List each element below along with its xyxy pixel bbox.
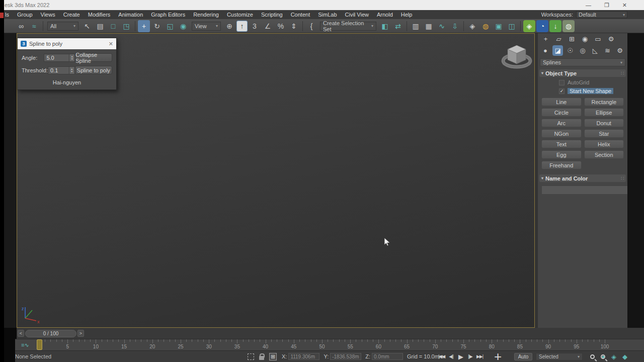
- tab-hierarchy[interactable]: ⊞: [566, 34, 578, 44]
- angle-snap-icon[interactable]: ∠: [262, 20, 274, 32]
- frame-indicator[interactable]: 0 / 100: [25, 330, 76, 337]
- shape-button-ellipse[interactable]: Ellipse: [584, 108, 624, 117]
- select-object-icon[interactable]: ↖: [81, 20, 93, 32]
- object-type-rollout-header[interactable]: ▾ Object Type ∷: [539, 69, 626, 77]
- curve-editor-icon[interactable]: ∿: [436, 20, 448, 32]
- zoom-extents-icon[interactable]: [601, 354, 605, 359]
- perspective-viewport[interactable]: 3 Spline to poly ✕ Angle: 5.0 ▲▼ Collaps…: [17, 33, 535, 328]
- align-icon[interactable]: ⇄: [392, 20, 404, 32]
- autogrid-checkbox[interactable]: [559, 80, 565, 85]
- select-and-rotate-icon[interactable]: ↻: [151, 20, 163, 32]
- spinner-arrows-icon[interactable]: ▲▼: [69, 67, 74, 74]
- menu-item-ls[interactable]: ls: [4, 10, 13, 19]
- go-to-start-button[interactable]: |◀◀: [437, 352, 446, 361]
- x-coord-field[interactable]: 1119.306m: [288, 353, 319, 360]
- unlink-selection-icon[interactable]: ≈: [28, 20, 40, 32]
- select-and-link-icon[interactable]: ∞: [15, 20, 27, 32]
- simlab-exporter-icon[interactable]: ◈: [523, 20, 535, 32]
- pan-view-icon[interactable]: ◆: [622, 353, 627, 360]
- menu-item-views[interactable]: Views: [37, 10, 59, 19]
- dialog-title-bar[interactable]: 3 Spline to poly ✕: [18, 38, 116, 49]
- tab-utilities[interactable]: ⚙: [605, 34, 617, 44]
- layer-explorer-icon[interactable]: ▦: [423, 20, 435, 32]
- category-systems[interactable]: ⚙: [614, 45, 625, 56]
- shape-category-dropdown[interactable]: Splines ▾: [540, 58, 625, 66]
- next-frame-arrow-button[interactable]: >: [77, 330, 84, 337]
- select-and-move-icon[interactable]: +: [138, 20, 150, 32]
- material-editor-icon[interactable]: ◍: [479, 20, 492, 32]
- category-lights[interactable]: ☉: [565, 45, 576, 56]
- isolate-selection-icon[interactable]: [248, 353, 254, 360]
- mini-curve-editor-icon[interactable]: ≡∿: [21, 342, 29, 348]
- spline-to-poly-button[interactable]: Spline to poly: [75, 66, 112, 74]
- menu-item-animation[interactable]: Animation: [114, 10, 147, 19]
- threshold-spinner[interactable]: 0.1 ▲▼: [48, 66, 75, 74]
- simlab-export-doc-icon[interactable]: ↓: [549, 20, 561, 32]
- viewcube[interactable]: [500, 42, 534, 73]
- previous-frame-arrow-button[interactable]: <: [18, 330, 24, 337]
- dialog-close-icon[interactable]: ✕: [109, 41, 113, 47]
- use-pivot-center-icon[interactable]: ⊕: [223, 20, 235, 32]
- selection-filter-dropdown[interactable]: All▾: [47, 22, 78, 31]
- auto-key-button[interactable]: Auto: [514, 353, 532, 360]
- rectangular-selection-region-icon[interactable]: □: [107, 20, 119, 32]
- maximize-button[interactable]: ❐: [604, 2, 609, 9]
- z-coord-field[interactable]: 0.0mm: [372, 353, 403, 360]
- minimize-button[interactable]: —: [586, 2, 591, 9]
- select-and-scale-icon[interactable]: ◱: [164, 20, 176, 32]
- shape-button-helix[interactable]: Helix: [584, 140, 624, 148]
- next-frame-button[interactable]: ||▶: [465, 352, 475, 361]
- select-by-name-icon[interactable]: ▤: [94, 20, 106, 32]
- workspaces-dropdown[interactable]: Default ▾: [576, 11, 627, 18]
- menu-item-create[interactable]: Create: [59, 10, 84, 19]
- tab-modify[interactable]: ▱: [553, 34, 565, 44]
- ribbon-toggle-icon[interactable]: ⇩: [449, 20, 461, 32]
- render-setup-icon[interactable]: ▣: [493, 20, 505, 32]
- y-coord-field[interactable]: -1836.538m: [330, 353, 361, 360]
- rendered-frame-window-icon[interactable]: ◫: [506, 20, 518, 32]
- tab-create[interactable]: +: [540, 34, 551, 44]
- absolute-mode-toggle-icon[interactable]: ⊞: [269, 353, 277, 360]
- timeline-ruler[interactable]: ≡∿ 5101520253035404550556065707580859095…: [4, 339, 644, 350]
- select-and-place-icon[interactable]: ◉: [177, 20, 189, 32]
- menu-item-rendering[interactable]: Rendering: [189, 10, 223, 19]
- menu-item-content[interactable]: Content: [287, 10, 314, 19]
- time-slider[interactable]: [37, 339, 42, 350]
- selection-lock-icon[interactable]: [259, 356, 264, 360]
- spinner-arrows-icon[interactable]: ▲▼: [69, 54, 74, 61]
- orbit-icon[interactable]: ◈: [611, 353, 616, 360]
- select-and-manipulate-icon[interactable]: ↑: [236, 21, 248, 32]
- shape-button-egg[interactable]: Egg: [541, 150, 582, 159]
- key-filters-dropdown[interactable]: Selected ▾: [536, 353, 583, 360]
- tab-motion[interactable]: ◉: [579, 34, 591, 44]
- category-cameras[interactable]: ◎: [577, 45, 588, 56]
- category-shapes[interactable]: ◪: [552, 45, 564, 56]
- category-helpers[interactable]: ◺: [590, 45, 601, 56]
- tab-display[interactable]: ▭: [592, 34, 604, 44]
- percent-snap-icon[interactable]: %: [275, 20, 287, 32]
- shape-button-donut[interactable]: Donut: [584, 119, 624, 127]
- shape-button-section[interactable]: Section: [584, 150, 624, 159]
- shape-button-freehand[interactable]: Freehand: [541, 161, 582, 169]
- simlab-importer-icon[interactable]: ◔: [536, 20, 548, 32]
- previous-frame-button[interactable]: ◀||: [446, 352, 456, 361]
- shape-button-line[interactable]: Line: [541, 98, 582, 106]
- shape-button-circle[interactable]: Circle: [541, 108, 582, 117]
- menu-item-modifiers[interactable]: Modifiers: [84, 10, 115, 19]
- collapse-spline-button[interactable]: Collapse Spline: [75, 53, 112, 62]
- menu-item-customize[interactable]: Customize: [223, 10, 257, 19]
- simlab-teapot-doc-icon[interactable]: ◍: [562, 20, 575, 32]
- menu-item-simlab[interactable]: SimLab: [314, 10, 341, 19]
- shape-button-rectangle[interactable]: Rectangle: [584, 98, 624, 106]
- mirror-icon[interactable]: ◧: [379, 20, 391, 32]
- go-to-end-button[interactable]: ▶▶|: [475, 352, 485, 361]
- play-button[interactable]: ▶: [456, 352, 465, 361]
- category-geometry[interactable]: ●: [540, 45, 551, 56]
- object-name-field[interactable]: [541, 186, 631, 195]
- name-color-rollout-header[interactable]: ▾ Name and Color ∷: [539, 174, 626, 182]
- menu-item-scripting[interactable]: Scripting: [257, 10, 287, 19]
- reference-coordinate-dropdown[interactable]: View▾: [192, 22, 221, 31]
- zoom-icon[interactable]: [590, 354, 595, 359]
- start-new-shape-checkbox[interactable]: ✓: [559, 88, 565, 94]
- spinner-snap-icon[interactable]: ⇕: [288, 20, 300, 32]
